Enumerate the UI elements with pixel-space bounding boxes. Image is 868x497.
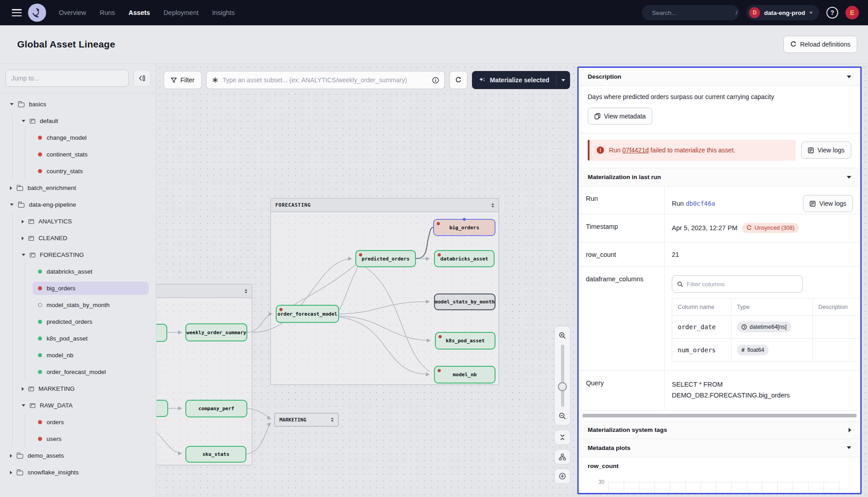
tree-item-analytics[interactable]: ANALYTICS [0,213,156,230]
tree-item-k8s-pod-asset[interactable]: k8s_pod_asset [0,330,156,347]
zoom-out-button[interactable] [556,410,569,422]
tree-item-users[interactable]: users [0,431,156,447]
tree-item-big-orders[interactable]: big_orders [0,280,156,297]
relayout-graph-button[interactable] [554,449,571,464]
page-title: Global Asset Lineage [17,39,115,50]
asset-group-header[interactable] [156,284,252,298]
caret-right-icon[interactable] [22,237,24,240]
caret-down-icon[interactable] [22,404,25,407]
dataframe-columns-table: Column name Type Description order_date … [672,298,862,362]
collapse-all-groups-button[interactable] [554,430,571,445]
caret-down-icon[interactable] [22,120,25,122]
collapsed-group-marketing[interactable]: MARKETING [274,413,339,426]
view-logs-button[interactable]: View logs [801,142,851,159]
section-metadata-plots[interactable]: Metadata plots [579,439,860,457]
tree-item-forecasting[interactable]: FORECASTING [0,246,156,263]
asset-node-weekly-order-summary[interactable]: weekly_order_summary [185,323,247,341]
asset-node-databricks-asset[interactable]: databricks_asset [434,250,495,267]
nav-overview[interactable]: Overview [59,9,86,16]
search-input[interactable] [652,9,732,16]
caret-down-icon[interactable] [10,204,14,206]
materialize-options-caret[interactable] [557,71,570,89]
tree-item-default[interactable]: default [0,113,156,129]
asset-node-company-perf[interactable]: company_perf [185,400,247,417]
dagster-logo[interactable] [28,4,46,22]
collapse-group-icon[interactable] [245,289,247,293]
failed-run-link[interactable]: 07f4421d [623,147,649,154]
tree-item-model-nb[interactable]: model_nb [0,347,156,364]
asset-node-big-orders[interactable]: big_orders [433,219,495,236]
asset-node-sku-stats[interactable]: sku_stats [185,446,246,463]
caret-right-icon[interactable] [22,220,24,223]
reload-definitions-button[interactable]: Reload definitions [783,36,857,53]
tree-item-demo-assets[interactable]: demo_assets [0,447,156,464]
filter-columns-input-wrap[interactable] [672,275,803,293]
view-run-logs-button[interactable]: View logs [803,195,853,212]
tree-item-basics[interactable]: basics [0,96,156,113]
section-description[interactable]: Description [579,68,860,86]
nav-runs[interactable]: Runs [99,9,115,16]
caret-down-icon[interactable] [22,254,25,256]
caret-down-icon[interactable] [10,103,14,105]
asset-group-icon [28,387,34,391]
asset-group-header[interactable]: FORECASTING [271,199,499,212]
expand-group-icon[interactable] [331,417,334,422]
tree-item-change-model[interactable]: change_model [0,129,156,146]
asset-node-clipped[interactable] [156,400,168,417]
tree-item-cleaned[interactable]: CLEANED [0,230,156,246]
page-header: Global Asset Lineage Reload definitions [0,25,868,63]
tree-item-continent-stats[interactable]: continent_stats [0,146,156,163]
global-search[interactable]: / [642,5,739,20]
tree-item-order-forecast-model[interactable]: order_forecast_model [0,364,156,380]
zoom-slider-track[interactable] [561,345,564,407]
collapse-sidebar-button[interactable] [133,70,151,87]
run-id-link[interactable]: db0cf46a [686,200,715,207]
asset-node-order-forecast-model[interactable]: order_forecast_model [276,305,339,323]
asset-node-predicted-orders[interactable]: predicted_orders [355,250,416,267]
asset-tree: basics default change_model continent_st… [0,93,156,497]
caret-right-icon[interactable] [10,186,12,190]
view-metadata-button[interactable]: View metadata [588,108,652,125]
filter-columns-input[interactable] [687,281,797,288]
tree-item-snowflake-insights[interactable]: snowflake_insights [0,464,156,481]
tree-item-raw-data[interactable]: RAW_DATA [0,397,156,414]
tree-item-country-stats[interactable]: country_stats [0,163,156,180]
horizontal-scrollbar[interactable] [582,414,857,417]
tree-item-model-stats-by-month[interactable]: model_stats_by_month [0,297,156,313]
caret-right-icon[interactable] [10,454,12,458]
failed-marker-dot [438,253,441,256]
nav-insights[interactable]: Insights [212,9,235,16]
nav-assets[interactable]: Assets [128,9,150,16]
zoom-in-button[interactable] [556,329,569,342]
tree-item-predicted-orders[interactable]: predicted_orders [0,313,156,330]
filter-button[interactable]: Filter [164,71,202,89]
menu-icon[interactable] [12,9,22,16]
user-avatar[interactable]: E [845,6,859,19]
asset-subset-input-wrap[interactable] [206,71,445,89]
refresh-graph-button[interactable] [449,71,467,89]
collapse-group-icon[interactable] [491,203,494,208]
help-button[interactable]: ? [826,7,838,19]
recenter-view-button[interactable] [554,469,571,484]
tree-item-batch-enrichment[interactable]: batch_enrichment [0,180,156,196]
asset-node-model-nb[interactable]: model_nb [434,366,495,383]
section-materialization-last-run[interactable]: Materialization in last run [579,168,860,186]
tree-item-marketing[interactable]: MARKETING [0,380,156,397]
asset-node-k8s-pod-asset[interactable]: k8s_pod_asset [435,332,495,350]
nav-deployment[interactable]: Deployment [164,9,198,16]
info-icon[interactable] [432,77,439,84]
caret-right-icon[interactable] [10,471,12,474]
tree-item-data-eng-pipeline[interactable]: data-eng-pipeline [0,196,156,213]
tree-item-databricks-asset[interactable]: databricks_asset [0,263,156,280]
materialize-selected-button[interactable]: Materialize selected [472,71,570,89]
zoom-slider-handle[interactable] [558,382,567,391]
unsynced-badge[interactable]: Unsynced (308) [742,223,799,233]
jump-to-input[interactable] [5,70,129,87]
workspace-switcher[interactable]: D data-eng-prod [746,5,819,20]
caret-right-icon[interactable] [22,387,24,391]
tree-item-orders[interactable]: orders [0,414,156,431]
asset-node-model-stats-by-month[interactable]: model_stats_by_month [434,293,495,310]
section-materialization-system-tags[interactable]: Materialization system tags [579,421,860,439]
asset-subset-input[interactable] [222,76,428,84]
asset-node-clipped[interactable] [156,324,167,342]
